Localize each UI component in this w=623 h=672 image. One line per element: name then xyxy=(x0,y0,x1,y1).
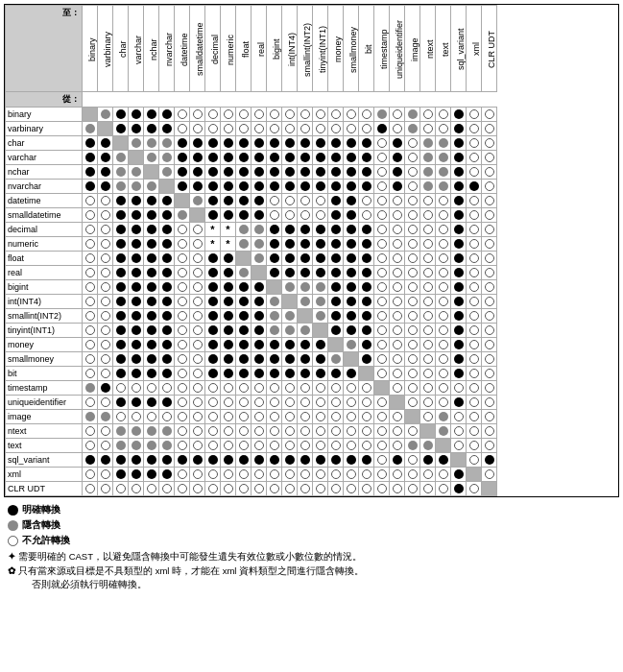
empty-cell xyxy=(98,92,113,108)
note-sym-2: ✿ xyxy=(8,565,15,576)
dot-white xyxy=(362,484,371,493)
cell-19-6 xyxy=(175,381,190,396)
dot-black xyxy=(362,455,371,465)
cell-8-22 xyxy=(420,223,436,237)
dot-white xyxy=(270,109,279,119)
dot-white xyxy=(485,153,494,162)
dot-white xyxy=(239,124,249,133)
dot-white xyxy=(270,426,279,436)
dot-black xyxy=(208,138,218,148)
cell-18-5 xyxy=(159,367,175,381)
cell-10-20 xyxy=(390,252,405,266)
dot-white xyxy=(300,397,310,407)
dot-black xyxy=(116,268,126,277)
dot-white xyxy=(162,484,172,493)
cell-8-19 xyxy=(374,223,390,237)
dot-white xyxy=(377,225,387,234)
dot-gray xyxy=(423,167,433,177)
dot-white xyxy=(393,311,402,321)
cell-20-20 xyxy=(390,396,405,410)
dot-white xyxy=(116,412,126,421)
star-cell: * xyxy=(226,224,229,235)
dot-black xyxy=(300,253,310,263)
dot-white xyxy=(101,484,110,493)
cell-19-19 xyxy=(374,381,390,396)
cell-10-25 xyxy=(467,252,482,266)
dot-black xyxy=(116,455,126,465)
cell-21-20 xyxy=(390,410,405,424)
cell-11-4 xyxy=(144,266,159,280)
cell-24-12 xyxy=(267,453,282,468)
dot-white xyxy=(285,397,295,407)
dot-black xyxy=(454,138,464,148)
cell-23-17 xyxy=(344,439,359,453)
cell-20-26 xyxy=(482,396,497,410)
dot-black xyxy=(331,181,341,191)
cell-8-5 xyxy=(159,223,175,237)
cell-13-8 xyxy=(205,295,221,309)
dot-white xyxy=(270,469,279,479)
cell-19-15 xyxy=(313,381,328,396)
dot-black xyxy=(454,253,464,263)
dot-white xyxy=(439,239,448,249)
dot-white xyxy=(193,369,203,378)
dot-white xyxy=(393,124,402,133)
cell-12-23 xyxy=(436,280,451,295)
dot-white xyxy=(316,124,325,133)
dot-white xyxy=(454,441,464,450)
dot-black xyxy=(362,282,371,292)
dot-black xyxy=(331,239,341,249)
cell-6-22 xyxy=(420,194,436,208)
cell-23-5 xyxy=(159,439,175,453)
cell-8-23 xyxy=(436,223,451,237)
note-text-1: 需要明確的 CAST，以避免隱含轉換中可能發生遺失有效位數或小數位數的情況。 xyxy=(18,551,362,564)
cell-26-3 xyxy=(129,482,144,496)
dot-white xyxy=(101,196,110,205)
cell-8-17 xyxy=(344,223,359,237)
cell-12-13 xyxy=(282,280,298,295)
cell-20-5 xyxy=(159,396,175,410)
dot-black xyxy=(224,340,233,349)
row-header-21: image xyxy=(6,410,83,424)
cell-25-10 xyxy=(236,468,252,482)
cell-18-6 xyxy=(175,367,190,381)
dot-white xyxy=(178,325,187,335)
cell-23-8 xyxy=(205,439,221,453)
cell-15-22 xyxy=(420,324,436,338)
cell-4-21 xyxy=(405,165,420,180)
cell-9-10 xyxy=(236,237,252,252)
dot-white xyxy=(393,426,402,436)
dot-black xyxy=(147,282,156,292)
cell-3-9 xyxy=(221,151,236,165)
cell-5-17 xyxy=(344,180,359,194)
dot-black xyxy=(147,268,156,277)
dot-white xyxy=(377,297,387,306)
dot-white xyxy=(362,426,371,436)
dot-black xyxy=(254,297,264,306)
col-header-21: image xyxy=(405,6,420,92)
dot-black xyxy=(454,340,464,349)
dot-black xyxy=(116,354,126,364)
cell-17-26 xyxy=(482,352,497,367)
cell-14-14 xyxy=(298,309,313,324)
dot-white xyxy=(101,311,110,321)
table-row: image xyxy=(6,410,497,424)
dot-white xyxy=(439,369,448,378)
cell-7-4 xyxy=(144,208,159,223)
dot-white xyxy=(362,412,371,421)
cell-9-5 xyxy=(159,237,175,252)
cell-1-9 xyxy=(221,122,236,136)
cell-14-10 xyxy=(236,309,252,324)
dot-black xyxy=(239,297,249,306)
dot-white xyxy=(423,340,433,349)
col-header-12: bigint xyxy=(267,6,282,92)
dot-white xyxy=(208,469,218,479)
cell-13-23 xyxy=(436,295,451,309)
cell-8-12 xyxy=(267,223,282,237)
cell-23-23 xyxy=(436,439,451,453)
cell-15-23 xyxy=(436,324,451,338)
cell-10-26 xyxy=(482,252,497,266)
col-header-25: xml xyxy=(467,6,482,92)
dot-black xyxy=(224,282,233,292)
cell-14-17 xyxy=(344,309,359,324)
